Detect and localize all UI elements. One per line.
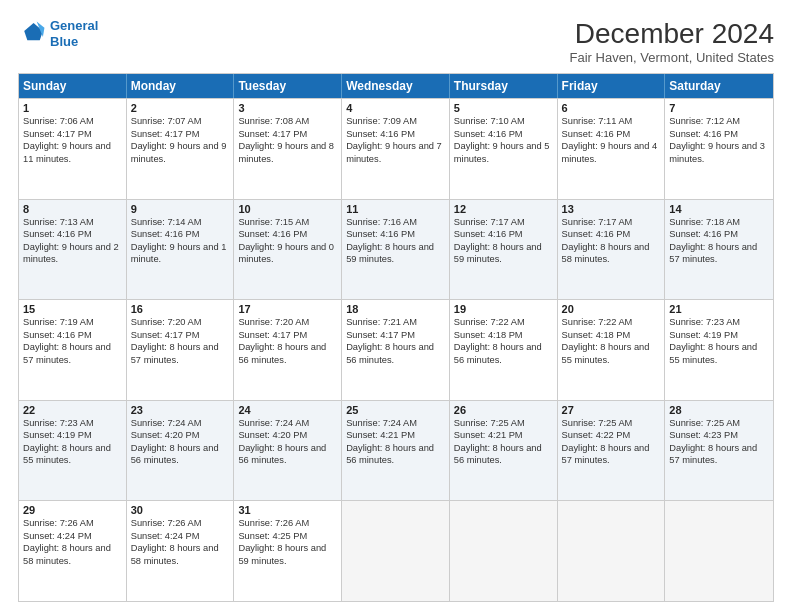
main-title: December 2024: [570, 18, 774, 50]
cal-cell: 2 Sunrise: 7:07 AM Sunset: 4:17 PM Dayli…: [127, 99, 235, 199]
sunrise-text: Sunrise: 7:25 AM: [562, 417, 661, 430]
sunrise-text: Sunrise: 7:07 AM: [131, 115, 230, 128]
sunset-text: Sunset: 4:16 PM: [23, 329, 122, 342]
sunset-text: Sunset: 4:25 PM: [238, 530, 337, 543]
day-number: 14: [669, 203, 769, 215]
daylight-text: Daylight: 8 hours and 56 minutes.: [454, 442, 553, 467]
day-number: 23: [131, 404, 230, 416]
logo-text: General Blue: [50, 18, 98, 49]
daylight-text: Daylight: 8 hours and 56 minutes.: [131, 442, 230, 467]
cal-cell: 8 Sunrise: 7:13 AM Sunset: 4:16 PM Dayli…: [19, 200, 127, 300]
day-number: 16: [131, 303, 230, 315]
day-number: 20: [562, 303, 661, 315]
sunset-text: Sunset: 4:21 PM: [346, 429, 445, 442]
sunrise-text: Sunrise: 7:17 AM: [454, 216, 553, 229]
cal-cell: 28 Sunrise: 7:25 AM Sunset: 4:23 PM Dayl…: [665, 401, 773, 501]
sunrise-text: Sunrise: 7:24 AM: [131, 417, 230, 430]
daylight-text: Daylight: 8 hours and 56 minutes.: [346, 442, 445, 467]
day-number: 26: [454, 404, 553, 416]
cal-cell: 16 Sunrise: 7:20 AM Sunset: 4:17 PM Dayl…: [127, 300, 235, 400]
cal-cell: 24 Sunrise: 7:24 AM Sunset: 4:20 PM Dayl…: [234, 401, 342, 501]
sunset-text: Sunset: 4:16 PM: [669, 128, 769, 141]
sunset-text: Sunset: 4:17 PM: [131, 329, 230, 342]
daylight-text: Daylight: 9 hours and 2 minutes.: [23, 241, 122, 266]
day-number: 27: [562, 404, 661, 416]
header-friday: Friday: [558, 74, 666, 98]
daylight-text: Daylight: 8 hours and 55 minutes.: [562, 341, 661, 366]
logo-icon: [18, 20, 46, 48]
sunset-text: Sunset: 4:17 PM: [238, 329, 337, 342]
sunset-text: Sunset: 4:22 PM: [562, 429, 661, 442]
daylight-text: Daylight: 8 hours and 59 minutes.: [346, 241, 445, 266]
sunset-text: Sunset: 4:16 PM: [346, 128, 445, 141]
daylight-text: Daylight: 9 hours and 7 minutes.: [346, 140, 445, 165]
daylight-text: Daylight: 8 hours and 57 minutes.: [131, 341, 230, 366]
day-number: 9: [131, 203, 230, 215]
daylight-text: Daylight: 9 hours and 5 minutes.: [454, 140, 553, 165]
cal-cell: 5 Sunrise: 7:10 AM Sunset: 4:16 PM Dayli…: [450, 99, 558, 199]
sunset-text: Sunset: 4:18 PM: [454, 329, 553, 342]
sunset-text: Sunset: 4:16 PM: [454, 128, 553, 141]
cal-cell: 18 Sunrise: 7:21 AM Sunset: 4:17 PM Dayl…: [342, 300, 450, 400]
sunset-text: Sunset: 4:17 PM: [131, 128, 230, 141]
day-number: 5: [454, 102, 553, 114]
sunrise-text: Sunrise: 7:16 AM: [346, 216, 445, 229]
sunset-text: Sunset: 4:23 PM: [669, 429, 769, 442]
daylight-text: Daylight: 8 hours and 56 minutes.: [238, 341, 337, 366]
cal-cell: 31 Sunrise: 7:26 AM Sunset: 4:25 PM Dayl…: [234, 501, 342, 601]
header-tuesday: Tuesday: [234, 74, 342, 98]
daylight-text: Daylight: 8 hours and 59 minutes.: [454, 241, 553, 266]
header-saturday: Saturday: [665, 74, 773, 98]
cal-week-2: 8 Sunrise: 7:13 AM Sunset: 4:16 PM Dayli…: [19, 199, 773, 300]
cal-cell: 4 Sunrise: 7:09 AM Sunset: 4:16 PM Dayli…: [342, 99, 450, 199]
sunset-text: Sunset: 4:16 PM: [562, 128, 661, 141]
sunset-text: Sunset: 4:16 PM: [454, 228, 553, 241]
sunrise-text: Sunrise: 7:26 AM: [131, 517, 230, 530]
day-number: 4: [346, 102, 445, 114]
day-number: 15: [23, 303, 122, 315]
day-number: 3: [238, 102, 337, 114]
sunrise-text: Sunrise: 7:17 AM: [562, 216, 661, 229]
day-number: 2: [131, 102, 230, 114]
sunset-text: Sunset: 4:17 PM: [346, 329, 445, 342]
sunrise-text: Sunrise: 7:23 AM: [23, 417, 122, 430]
day-number: 24: [238, 404, 337, 416]
cal-cell: 1 Sunrise: 7:06 AM Sunset: 4:17 PM Dayli…: [19, 99, 127, 199]
sunrise-text: Sunrise: 7:26 AM: [23, 517, 122, 530]
sunset-text: Sunset: 4:20 PM: [131, 429, 230, 442]
cal-cell: [558, 501, 666, 601]
day-number: 1: [23, 102, 122, 114]
day-number: 6: [562, 102, 661, 114]
day-number: 18: [346, 303, 445, 315]
cal-cell: 23 Sunrise: 7:24 AM Sunset: 4:20 PM Dayl…: [127, 401, 235, 501]
day-number: 17: [238, 303, 337, 315]
cal-cell: [342, 501, 450, 601]
cal-cell: 12 Sunrise: 7:17 AM Sunset: 4:16 PM Dayl…: [450, 200, 558, 300]
daylight-text: Daylight: 8 hours and 56 minutes.: [238, 442, 337, 467]
day-number: 31: [238, 504, 337, 516]
daylight-text: Daylight: 8 hours and 55 minutes.: [23, 442, 122, 467]
day-number: 29: [23, 504, 122, 516]
sunrise-text: Sunrise: 7:21 AM: [346, 316, 445, 329]
cal-cell: [665, 501, 773, 601]
daylight-text: Daylight: 9 hours and 8 minutes.: [238, 140, 337, 165]
sunrise-text: Sunrise: 7:20 AM: [238, 316, 337, 329]
day-number: 19: [454, 303, 553, 315]
sunrise-text: Sunrise: 7:25 AM: [454, 417, 553, 430]
header-thursday: Thursday: [450, 74, 558, 98]
title-block: December 2024 Fair Haven, Vermont, Unite…: [570, 18, 774, 65]
sunrise-text: Sunrise: 7:11 AM: [562, 115, 661, 128]
sunrise-text: Sunrise: 7:19 AM: [23, 316, 122, 329]
sunset-text: Sunset: 4:19 PM: [23, 429, 122, 442]
sunrise-text: Sunrise: 7:20 AM: [131, 316, 230, 329]
daylight-text: Daylight: 8 hours and 58 minutes.: [562, 241, 661, 266]
sunset-text: Sunset: 4:16 PM: [23, 228, 122, 241]
cal-cell: 11 Sunrise: 7:16 AM Sunset: 4:16 PM Dayl…: [342, 200, 450, 300]
cal-week-4: 22 Sunrise: 7:23 AM Sunset: 4:19 PM Dayl…: [19, 400, 773, 501]
cal-cell: 15 Sunrise: 7:19 AM Sunset: 4:16 PM Dayl…: [19, 300, 127, 400]
cal-cell: 19 Sunrise: 7:22 AM Sunset: 4:18 PM Dayl…: [450, 300, 558, 400]
cal-cell: 14 Sunrise: 7:18 AM Sunset: 4:16 PM Dayl…: [665, 200, 773, 300]
daylight-text: Daylight: 9 hours and 1 minute.: [131, 241, 230, 266]
sunset-text: Sunset: 4:16 PM: [131, 228, 230, 241]
logo-line2: Blue: [50, 34, 78, 49]
